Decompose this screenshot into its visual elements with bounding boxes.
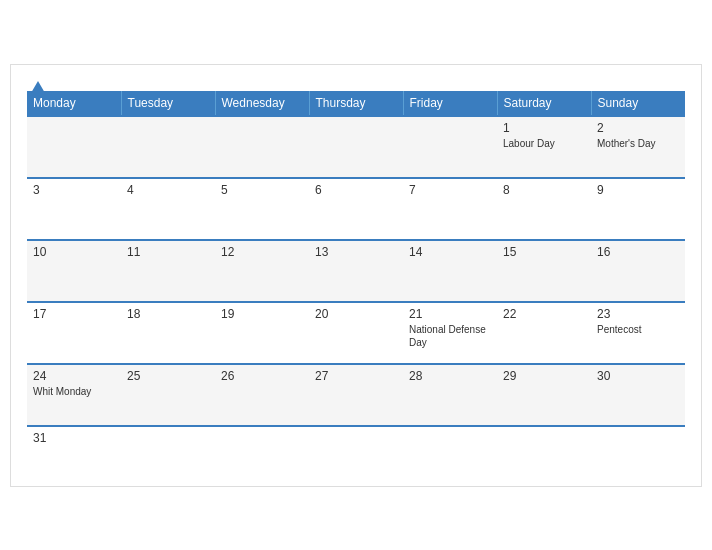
day-number: 28 [409,369,491,383]
day-cell: 8 [497,178,591,240]
week-row-6: 31 [27,426,685,476]
day-cell: 27 [309,364,403,426]
day-number: 10 [33,245,115,259]
day-number: 24 [33,369,115,383]
day-cell: 21National Defense Day [403,302,497,364]
holiday-name: Mother's Day [597,137,679,150]
day-cell: 9 [591,178,685,240]
day-number: 12 [221,245,303,259]
week-row-5: 24Whit Monday252627282930 [27,364,685,426]
day-cell [403,426,497,476]
day-number: 26 [221,369,303,383]
day-number: 1 [503,121,585,135]
day-cell [121,426,215,476]
weekday-tuesday: Tuesday [121,91,215,116]
weekday-monday: Monday [27,91,121,116]
day-number: 21 [409,307,491,321]
calendar-container: MondayTuesdayWednesdayThursdayFridaySatu… [10,64,702,487]
day-number: 14 [409,245,491,259]
day-cell: 28 [403,364,497,426]
day-cell: 26 [215,364,309,426]
day-cell: 16 [591,240,685,302]
day-cell: 17 [27,302,121,364]
week-row-2: 3456789 [27,178,685,240]
weekday-friday: Friday [403,91,497,116]
day-cell: 5 [215,178,309,240]
day-number: 3 [33,183,115,197]
day-cell: 20 [309,302,403,364]
logo [27,81,45,93]
day-cell: 1Labour Day [497,116,591,178]
day-number: 9 [597,183,679,197]
day-number: 18 [127,307,209,321]
holiday-name: Whit Monday [33,385,115,398]
day-number: 5 [221,183,303,197]
day-cell: 10 [27,240,121,302]
weekday-thursday: Thursday [309,91,403,116]
day-cell: 23Pentecost [591,302,685,364]
week-row-4: 1718192021National Defense Day2223Pentec… [27,302,685,364]
day-cell [403,116,497,178]
day-number: 15 [503,245,585,259]
day-cell: 25 [121,364,215,426]
day-number: 29 [503,369,585,383]
day-cell: 31 [27,426,121,476]
day-cell: 12 [215,240,309,302]
day-number: 4 [127,183,209,197]
weekday-saturday: Saturday [497,91,591,116]
holiday-name: Pentecost [597,323,679,336]
day-number: 27 [315,369,397,383]
day-cell: 15 [497,240,591,302]
logo-blue-text [27,81,45,93]
day-cell: 19 [215,302,309,364]
day-number: 13 [315,245,397,259]
day-cell [309,426,403,476]
day-cell: 2Mother's Day [591,116,685,178]
day-number: 31 [33,431,115,445]
day-number: 16 [597,245,679,259]
day-cell: 24Whit Monday [27,364,121,426]
day-cell [497,426,591,476]
day-number: 6 [315,183,397,197]
day-number: 23 [597,307,679,321]
day-cell [215,116,309,178]
weekday-header-row: MondayTuesdayWednesdayThursdayFridaySatu… [27,91,685,116]
day-number: 11 [127,245,209,259]
holiday-name: National Defense Day [409,323,491,349]
day-number: 17 [33,307,115,321]
holiday-name: Labour Day [503,137,585,150]
day-cell [27,116,121,178]
calendar-grid: MondayTuesdayWednesdayThursdayFridaySatu… [27,91,685,476]
day-number: 7 [409,183,491,197]
day-cell: 6 [309,178,403,240]
day-cell: 22 [497,302,591,364]
weekday-sunday: Sunday [591,91,685,116]
day-cell: 11 [121,240,215,302]
day-number: 20 [315,307,397,321]
day-cell: 30 [591,364,685,426]
day-cell: 13 [309,240,403,302]
day-cell [591,426,685,476]
week-row-3: 10111213141516 [27,240,685,302]
day-cell: 29 [497,364,591,426]
day-cell [121,116,215,178]
day-cell [309,116,403,178]
day-number: 8 [503,183,585,197]
day-cell: 4 [121,178,215,240]
week-row-1: 1Labour Day2Mother's Day [27,116,685,178]
day-number: 25 [127,369,209,383]
day-number: 19 [221,307,303,321]
day-number: 2 [597,121,679,135]
day-cell: 18 [121,302,215,364]
weekday-wednesday: Wednesday [215,91,309,116]
day-cell [215,426,309,476]
logo-triangle-icon [31,81,45,93]
day-number: 22 [503,307,585,321]
day-cell: 3 [27,178,121,240]
day-number: 30 [597,369,679,383]
day-cell: 14 [403,240,497,302]
day-cell: 7 [403,178,497,240]
